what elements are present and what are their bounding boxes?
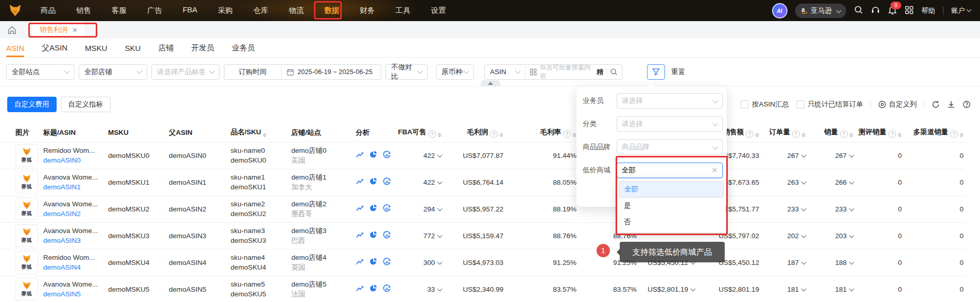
panel-field-control-0[interactable]: 请选择	[617, 93, 723, 109]
help-icon[interactable]: ?	[792, 130, 800, 138]
col-header-毛利率[interactable]: 毛利率?	[504, 126, 577, 142]
panel-field-control-1[interactable]: 请选择	[617, 116, 723, 132]
nav-item-数据[interactable]: 数据	[324, 6, 339, 15]
tab-业务员[interactable]: 业务员	[232, 39, 255, 57]
nav-item-工具[interactable]: 工具	[395, 6, 410, 15]
tab-店铺[interactable]: 店铺	[158, 39, 173, 57]
advanced-filter-button[interactable]	[647, 64, 665, 80]
tab-父ASIN[interactable]: 父ASIN	[42, 39, 67, 57]
by-asin-checkbox[interactable]: 按ASIN汇总	[741, 100, 789, 109]
custom-columns-button[interactable]: 自定义列	[878, 100, 917, 109]
fox-logo-icon[interactable]	[8, 4, 22, 17]
asin-link[interactable]: demoASIN0	[43, 156, 81, 164]
product-thumbnail[interactable]: 赛狐	[15, 171, 38, 193]
dropdown-option-是[interactable]: 是	[619, 198, 724, 214]
col-header-品名/SKU[interactable]: 品名/SKU	[227, 126, 288, 142]
expand-caret-icon[interactable]	[437, 259, 443, 264]
custom-fee-button[interactable]: 自定义费用	[7, 97, 57, 112]
product-thumbnail[interactable]: 赛狐	[15, 251, 38, 274]
open-page-tab[interactable]: 销售利润 ✕	[32, 21, 85, 39]
help-icon[interactable]: ?	[840, 130, 848, 138]
col-header-毛利润[interactable]: 毛利润?	[443, 126, 504, 142]
tab-开发员[interactable]: 开发员	[191, 39, 214, 57]
trend-chart-icon[interactable]	[356, 284, 364, 294]
expand-caret-icon[interactable]	[801, 179, 807, 184]
sort-icon[interactable]	[262, 133, 267, 137]
tab-SKU[interactable]: SKU	[125, 39, 141, 57]
expand-caret-icon[interactable]	[437, 206, 443, 211]
col-header-销量[interactable]: 销量?	[807, 126, 854, 142]
nav-item-仓库[interactable]: 仓库	[253, 6, 268, 15]
trend-chart-icon[interactable]	[356, 230, 364, 241]
col-header-FBA可售[interactable]: FBA可售?	[394, 126, 443, 142]
ai-assistant-button[interactable]: AI	[772, 3, 787, 19]
expand-caret-icon[interactable]	[801, 233, 807, 238]
exact-match-toggle[interactable]: 精	[597, 67, 603, 77]
help-icon[interactable]: ?	[428, 130, 436, 138]
account-menu[interactable]: 账户	[951, 6, 971, 15]
marketplace-switcher[interactable]: a 亚马逊	[795, 4, 847, 18]
expand-caret-icon[interactable]	[437, 286, 443, 291]
ad-analysis-icon[interactable]	[382, 230, 391, 241]
order-time-button[interactable]: 订购时间	[224, 65, 281, 79]
nav-item-采购[interactable]: 采购	[218, 6, 233, 15]
help-icon[interactable]: ?	[950, 130, 958, 138]
ad-analysis-icon[interactable]	[382, 204, 391, 214]
compare-select[interactable]: 不做对比	[386, 64, 428, 80]
pie-chart-icon[interactable]	[369, 257, 378, 268]
expand-caret-icon[interactable]	[437, 179, 443, 184]
dropdown-option-全部[interactable]: 全部	[619, 181, 724, 198]
currency-select[interactable]: 原币种	[436, 64, 474, 80]
custom-metric-button[interactable]: 自定义指标	[61, 97, 111, 112]
ad-analysis-icon[interactable]	[382, 177, 391, 187]
search-icon[interactable]	[854, 5, 863, 16]
notifications-bell-icon[interactable]: 8	[888, 5, 897, 16]
trend-chart-icon[interactable]	[356, 150, 364, 161]
help-icon[interactable]	[962, 100, 971, 109]
sort-icon[interactable]	[898, 133, 902, 137]
pie-chart-icon[interactable]	[369, 150, 378, 161]
expand-caret-icon[interactable]	[437, 152, 443, 157]
settled-only-checkbox[interactable]: 只统计已结算订单	[796, 100, 863, 109]
trend-chart-icon[interactable]	[356, 177, 364, 187]
product-thumbnail[interactable]: 赛狐	[15, 198, 38, 220]
sort-icon[interactable]	[499, 133, 503, 137]
panel-field-control-3[interactable]: 全部✕	[617, 163, 723, 178]
sort-icon[interactable]	[755, 133, 759, 137]
pie-chart-icon[interactable]	[369, 177, 378, 187]
asin-link[interactable]: demoASIN1	[43, 183, 81, 191]
expand-caret-icon[interactable]	[849, 286, 854, 291]
help-link[interactable]: 帮助	[921, 6, 935, 15]
reset-button[interactable]: 重置	[671, 67, 685, 77]
batch-search-input[interactable]: 双击可批量搜索内容 精	[525, 65, 622, 79]
apps-grid-icon[interactable]	[905, 6, 914, 16]
expand-caret-icon[interactable]	[849, 179, 854, 184]
asin-link[interactable]: demoASIN5	[43, 290, 81, 298]
pie-chart-icon[interactable]	[369, 230, 378, 241]
refresh-icon[interactable]	[932, 100, 940, 109]
close-icon[interactable]: ✕	[72, 26, 78, 34]
download-icon[interactable]	[947, 100, 955, 109]
panel-field-control-2[interactable]: 商品品牌	[617, 139, 723, 155]
nav-item-客服[interactable]: 客服	[112, 6, 127, 15]
expand-caret-icon[interactable]	[801, 206, 807, 211]
date-range-picker[interactable]: 2025-06-19 ~ 2025-06-25	[281, 65, 381, 79]
asin-link[interactable]: demoASIN3	[43, 237, 81, 244]
trend-chart-icon[interactable]	[356, 257, 364, 268]
product-thumbnail[interactable]: 赛狐	[15, 224, 38, 247]
help-icon[interactable]: ?	[746, 130, 754, 138]
expand-caret-icon[interactable]	[801, 152, 807, 157]
ad-analysis-icon[interactable]	[382, 150, 391, 161]
nav-item-FBA[interactable]: FBA	[183, 6, 197, 15]
expand-caret-icon[interactable]	[849, 259, 854, 264]
nav-item-销售[interactable]: 销售	[76, 6, 91, 15]
help-icon[interactable]: ?	[563, 130, 571, 138]
expand-caret-icon[interactable]	[437, 233, 443, 238]
sort-icon[interactable]	[849, 133, 853, 137]
help-icon[interactable]: ?	[888, 130, 896, 138]
site-select[interactable]: 全部站点	[6, 64, 75, 80]
nav-item-设置[interactable]: 设置	[431, 6, 446, 15]
sort-icon[interactable]	[959, 133, 964, 137]
product-thumbnail[interactable]: 赛狐	[15, 278, 38, 300]
expand-caret-icon[interactable]	[691, 286, 696, 291]
